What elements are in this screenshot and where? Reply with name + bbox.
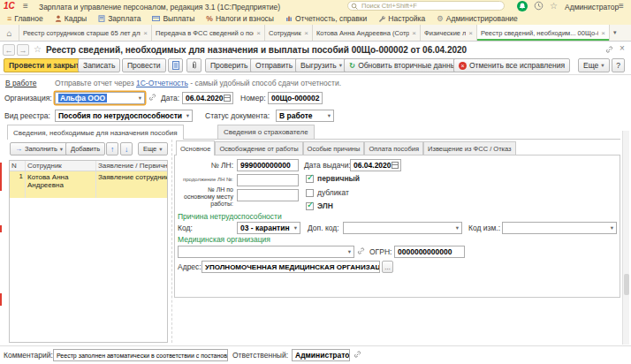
number-field[interactable]: 00Що-000002 — [268, 92, 323, 104]
column-header-n[interactable]: N — [10, 161, 26, 171]
primary-checkbox[interactable]: ✓ первичный — [306, 174, 360, 183]
ln-main-place-field[interactable] — [237, 189, 299, 201]
current-user[interactable]: Администратор — [565, 3, 619, 11]
table-row[interactable]: 1 Котова Анна Андреевна Заявление сотруд… — [10, 171, 167, 198]
menu-item-otchetnost[interactable]: Отчетность, справки — [285, 14, 367, 23]
tab-osobye-prichiny[interactable]: Особые причины — [303, 141, 365, 155]
tab-fss-transfer[interactable]: Передача в ФСС сведений о пособиях × — [152, 25, 265, 41]
employees-table[interactable]: N Сотрудник Заявление / Первичный... 1 К… — [9, 160, 168, 343]
menu-item-zarplata[interactable]: Зарплата — [98, 14, 141, 23]
checkbox-box[interactable] — [306, 189, 314, 197]
reason-code-field[interactable]: 03 - карантин ▾ — [237, 222, 300, 234]
menu-item-kadry[interactable]: Кадры — [55, 14, 87, 23]
tab-registry-65[interactable]: Реестр сотрудников старше 65 лет для ФСС… — [19, 25, 152, 41]
close-icon[interactable]: × — [304, 29, 308, 37]
search-input[interactable] — [360, 1, 492, 11]
refresh-secondary-button[interactable]: ↻ Обновить вторичные данные — [344, 58, 466, 72]
chevron-down-icon[interactable]: ▾ — [185, 112, 189, 119]
vertical-scrollbar[interactable] — [622, 131, 629, 345]
favorite-star-icon[interactable]: ☆ — [34, 44, 42, 54]
chevron-down-icon[interactable]: ▾ — [137, 95, 141, 102]
get-link-icon[interactable] — [604, 44, 614, 56]
nav-forward-button[interactable]: → — [17, 44, 29, 56]
write-button[interactable]: Записать — [78, 58, 120, 72]
menu-item-vyplaty[interactable]: Выплаты — [152, 14, 194, 23]
close-icon[interactable]: × — [412, 29, 416, 37]
checkbox-box[interactable]: ✓ — [306, 175, 314, 183]
chevron-down-icon[interactable]: ▾ — [454, 224, 459, 231]
attachments-button[interactable] — [186, 58, 201, 72]
date-field[interactable]: 06.04.2020 — [182, 92, 233, 104]
chevron-down-icon[interactable]: ▾ — [326, 112, 331, 119]
post-button[interactable]: Провести — [122, 58, 166, 72]
responsible-open-link-icon[interactable] — [353, 349, 362, 360]
nav-back-button[interactable]: ← — [3, 44, 15, 56]
tab-registry-svedeniy-active[interactable]: Реестр сведений, необходим... 00Що-00000… — [477, 25, 610, 41]
report-structure-button[interactable] — [168, 58, 183, 72]
organization-open-link-icon[interactable] — [148, 92, 157, 103]
calendar-icon[interactable] — [392, 162, 399, 169]
close-icon[interactable]: × — [143, 29, 148, 37]
favorites-star-icon[interactable]: ☆ — [550, 1, 558, 11]
chevron-down-icon[interactable]: ▾ — [293, 224, 297, 231]
ln-continuation-field[interactable] — [237, 174, 299, 186]
mod-code-field[interactable]: ▾ — [502, 222, 617, 234]
tab-oplata-posobiya[interactable]: Оплата пособия — [364, 141, 423, 155]
column-header-employee[interactable]: Сотрудник — [26, 161, 96, 171]
tab-home[interactable]: ⌂ — [0, 25, 19, 41]
menu-item-nalogi[interactable]: % Налоги и взносы — [206, 14, 274, 23]
address-field[interactable]: УПОЛНОМОЧЕННАЯ МЕДИЦИНСКАЯ ОРГАНИЗАЦИЯ — [201, 261, 380, 273]
calendar-icon[interactable] — [224, 95, 231, 102]
scrollbar-thumb[interactable] — [624, 274, 629, 295]
tab-izveshchenie-fss[interactable]: Извещение из ФСС / Отказ — [423, 141, 515, 155]
tab-kotova[interactable]: Котова Анна Андреевна (Сотрудник) × — [313, 25, 421, 41]
fill-button[interactable]: → Заполнить ▾ — [10, 142, 68, 155]
tab-insurer-info[interactable]: Сведения о страхователе — [217, 125, 315, 139]
extra-code-field[interactable]: ▾ — [343, 222, 462, 234]
service-menu-icon[interactable]: ≡ — [619, 1, 624, 11]
history-clock-icon[interactable] — [534, 1, 544, 11]
chevron-down-icon[interactable]: ▾ — [346, 248, 351, 255]
move-up-button[interactable]: ↑ — [106, 142, 118, 155]
ln-number-field[interactable]: 999000000000 — [237, 159, 299, 171]
add-row-button[interactable]: Добавить — [65, 142, 105, 155]
tab-list-dropdown[interactable]: ▾ — [610, 25, 620, 41]
tab-fizlica[interactable]: Физические лица × — [421, 25, 477, 41]
panel-splitter[interactable] — [171, 140, 172, 343]
tab-osvobozhdenie[interactable]: Освобождение от работы — [215, 141, 302, 155]
cancel-corrections-button[interactable]: × Отменить все исправления — [453, 58, 570, 72]
tab-osnovnoe[interactable]: Основное — [176, 140, 215, 155]
close-icon[interactable]: × — [256, 29, 261, 37]
post-and-close-button[interactable]: Провести и закрыть — [4, 58, 89, 72]
move-down-button[interactable]: ↓ — [120, 142, 133, 155]
list-more-button[interactable]: Еще▾ — [138, 142, 168, 155]
help-button[interactable]: ? — [612, 58, 625, 72]
notifications-bell-icon[interactable] — [517, 1, 528, 11]
main-menu-icon[interactable]: ≡ — [23, 1, 28, 11]
duplicate-checkbox[interactable]: дубликат — [306, 188, 349, 197]
document-stage-link[interactable]: В работе — [5, 79, 36, 87]
menu-item-main[interactable]: ≡ Главное — [7, 14, 43, 23]
issue-date-field[interactable]: 06.04.2020 — [350, 159, 401, 171]
medical-org-field[interactable]: ▾ — [178, 246, 354, 258]
checkbox-box[interactable]: ✓ — [306, 202, 314, 210]
ogrn-field[interactable]: 0000000000000 — [394, 246, 465, 258]
organization-field[interactable]: Альфа ООО ▾ — [55, 92, 145, 104]
medical-org-open-link-icon[interactable] — [356, 246, 366, 257]
menu-item-administrirovanie[interactable]: ⚙ Администрирование — [437, 14, 518, 23]
responsible-field[interactable]: Администратор ▾ — [292, 349, 350, 361]
more-button[interactable]: Еще▾ — [578, 58, 610, 72]
doc-status-field[interactable]: В работе ▾ — [276, 110, 334, 122]
tab-sotrudniki[interactable]: Сотрудники × — [265, 25, 313, 41]
close-icon[interactable]: × — [468, 29, 473, 37]
chevron-down-icon[interactable]: ▾ — [609, 224, 613, 231]
address-select-button[interactable]: … — [382, 261, 393, 273]
eln-checkbox[interactable]: ✓ ЭЛН — [306, 201, 333, 210]
close-document-icon[interactable]: × — [620, 43, 625, 53]
registry-kind-field[interactable]: Пособия по нетрудоспособности ▾ — [55, 110, 193, 122]
tab-benefit-info[interactable]: Сведения, необходимые для назначения пос… — [7, 125, 184, 140]
global-search[interactable] — [347, 1, 505, 11]
menu-item-nastroyka[interactable]: Настройка — [378, 14, 425, 23]
close-icon[interactable]: × — [601, 29, 605, 37]
export-button[interactable]: Выгрузить▾ — [295, 58, 347, 72]
